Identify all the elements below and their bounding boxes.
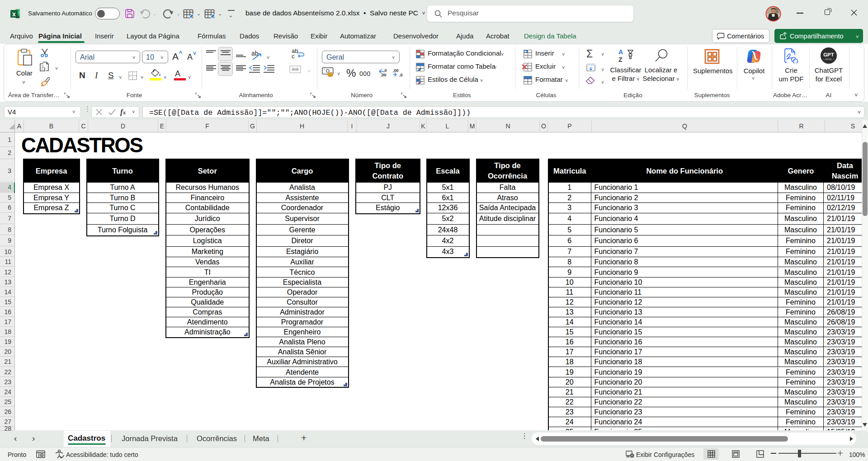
svg-text:,0: ,0: [399, 73, 403, 77]
svg-text:— EXCEL —: — EXCEL —: [823, 58, 835, 61]
svg-text:GPT: GPT: [823, 52, 834, 57]
svg-text:x: x: [12, 10, 16, 18]
svg-text:A: A: [618, 48, 623, 56]
svg-text:,00: ,00: [381, 73, 387, 77]
svg-text:,0: ,0: [383, 68, 387, 73]
svg-text:Z: Z: [618, 56, 623, 63]
svg-text:,00: ,00: [393, 68, 399, 73]
